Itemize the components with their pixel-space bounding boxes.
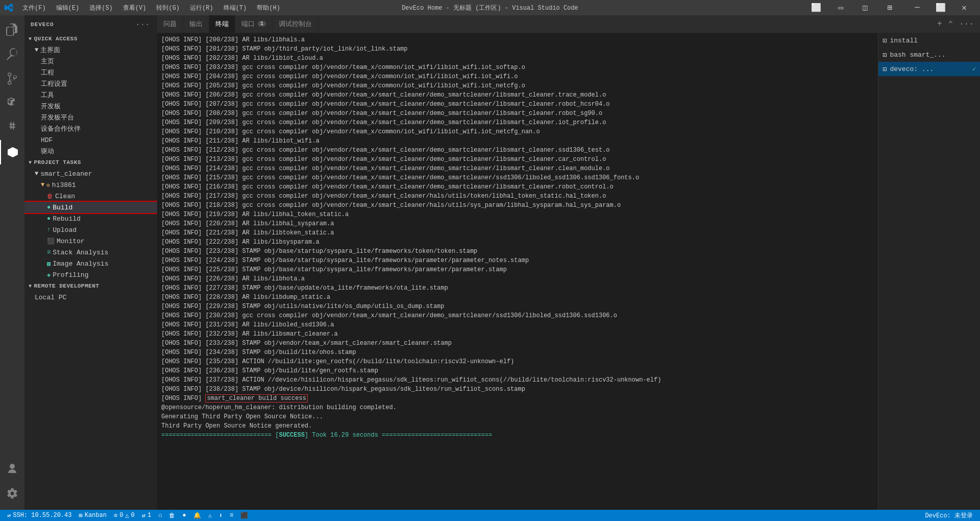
activity-debug[interactable]: [0, 91, 24, 115]
tree-item-image-analysis-label: Image Analysis: [53, 260, 157, 268]
menu-select[interactable]: 选择(S): [85, 3, 117, 13]
tree-item-image-analysis[interactable]: ▦ Image Analysis: [24, 258, 157, 269]
section-project-tasks[interactable]: ▼ PROJECT TASKS: [24, 157, 157, 168]
activity-search[interactable]: [0, 42, 24, 66]
status-ssh[interactable]: ⇌ SSH: 10.55.20.43: [4, 510, 75, 521]
chevron-quick-access: ▼: [29, 36, 32, 42]
status-plug[interactable]: ⬇: [216, 510, 226, 521]
status-kanban[interactable]: ⊞ Kanban: [76, 510, 109, 521]
status-errors[interactable]: ⊘ 0 △ 0: [111, 510, 138, 521]
tree-item-upload-label: Upload: [53, 226, 157, 234]
profiling-icon: ◈: [47, 271, 51, 279]
tab-split-btn[interactable]: ⌃: [946, 18, 955, 30]
tree-item-stack-analysis[interactable]: ≡ Stack Analysis: [24, 247, 157, 258]
sidebar-content: ▼ QUICK ACCESS ▼ 主界面 主页 工程 工程设置 工具 开发板: [24, 33, 157, 510]
right-panel-install[interactable]: ⊡ install: [878, 33, 980, 48]
home-status-icon: ⌂: [158, 512, 162, 519]
activity-bar-bottom: [0, 457, 24, 510]
activity-settings[interactable]: [0, 481, 24, 506]
section-quick-access[interactable]: ▼ QUICK ACCESS: [24, 33, 157, 44]
tab-add-btn[interactable]: +: [935, 18, 944, 30]
tab-problems[interactable]: 问题: [157, 15, 183, 33]
tabs-bar: 问题 输出 终端 端口 1 调试控制台 + ⌃ ···: [157, 15, 980, 33]
menu-view[interactable]: 查看(V): [119, 3, 151, 13]
tree-item-smart-cleaner[interactable]: ▼ smart_cleaner: [24, 168, 157, 179]
tree-item-devboard[interactable]: 开发板: [24, 101, 157, 112]
restore-btn[interactable]: ⬜: [929, 0, 952, 15]
tab-more-btn[interactable]: ···: [957, 18, 976, 30]
term-line: [OHOS INFO] [201/238] STAMP obj/third_pa…: [161, 44, 874, 54]
sidebar-more-btn[interactable]: ···: [135, 19, 151, 30]
tree-item-build[interactable]: ● Build: [24, 202, 157, 213]
layout-3-btn[interactable]: ◫: [853, 0, 877, 15]
term-line: Third Party Open Source Notice generated…: [161, 421, 874, 431]
terminal-content[interactable]: [OHOS INFO] [200/238] AR libs/libhals.a …: [157, 33, 878, 510]
term-line: [OHOS INFO] [206/238] gcc cross compiler…: [161, 90, 874, 100]
tree-item-tools[interactable]: 工具: [24, 89, 157, 101]
right-panel-bash-label: bash smart_...: [890, 51, 945, 59]
tree-item-device-partner[interactable]: 设备合作伙伴: [24, 123, 157, 134]
terminal-icon-bash: ⊡: [883, 51, 887, 59]
term-line: [OHOS INFO] [200/238] AR libs/libhals.a: [161, 35, 874, 44]
close-btn[interactable]: ✕: [952, 0, 976, 15]
tab-terminal[interactable]: 终端: [209, 15, 235, 33]
tree-item-rebuild[interactable]: ● Rebuild: [24, 213, 157, 224]
status-bell[interactable]: 🔔: [190, 510, 204, 521]
tree-item-local-pc[interactable]: Local PC: [24, 292, 157, 303]
deveco-checkmark-icon: ✓: [972, 65, 976, 73]
status-deveco-login[interactable]: DevEco: 未登录: [922, 510, 976, 521]
section-remote-dev[interactable]: ▼ REMOTE DEVELOPMENT: [24, 280, 157, 292]
status-circle[interactable]: ●: [179, 510, 189, 521]
tree-item-hi3861[interactable]: ▼ ⊙ hi3861: [24, 179, 157, 191]
tree-item-main-ui[interactable]: ▼ 主界面: [24, 44, 157, 56]
tree-item-device-partner-label: 设备合作伙伴: [41, 124, 157, 133]
menu-help[interactable]: 帮助(H): [253, 3, 284, 13]
layout-2-btn[interactable]: ▭: [829, 0, 852, 15]
tree-item-project[interactable]: 工程: [24, 67, 157, 78]
tree-item-monitor[interactable]: ⬛ Monitor: [24, 235, 157, 247]
status-home[interactable]: ⌂: [155, 510, 165, 521]
status-warning[interactable]: ⚠: [205, 510, 215, 521]
right-panel-deveco[interactable]: ⊡ deveco: ... ✓: [878, 62, 980, 76]
activity-extensions[interactable]: [0, 115, 24, 140]
activity-account[interactable]: [0, 457, 24, 481]
menu-run[interactable]: 运行(R): [186, 3, 217, 13]
activity-deveco[interactable]: [0, 140, 24, 164]
trash-status-icon: 🗑: [169, 512, 175, 519]
tab-debug-console[interactable]: 调试控制台: [273, 15, 318, 33]
right-panel-deveco-label: deveco: ...: [890, 65, 934, 73]
tree-item-clean[interactable]: 🗑 Clean: [24, 191, 157, 202]
status-code[interactable]: ⬛: [237, 510, 251, 521]
status-trash[interactable]: 🗑: [166, 510, 178, 521]
menu-goto[interactable]: 转到(G): [152, 3, 184, 13]
term-line: [OHOS INFO] [213/238] gcc cross compiler…: [161, 155, 874, 164]
right-panel-bash[interactable]: ⊡ bash smart_...: [878, 48, 980, 62]
term-line: [OHOS INFO] [209/238] gcc cross compiler…: [161, 118, 874, 127]
tree-item-profiling[interactable]: ◈ Profiling: [24, 269, 157, 280]
tree-item-devboard-platform[interactable]: 开发板平台: [24, 112, 157, 123]
term-line-success-banner: ============================== [SUCCESS]…: [161, 431, 874, 440]
svg-marker-0: [8, 147, 18, 157]
menu-file[interactable]: 文件(F): [18, 3, 50, 13]
activity-explore[interactable]: [0, 17, 24, 42]
term-line: [OHOS INFO] [226/238] AR libs/libhota.a: [161, 274, 874, 283]
activity-git[interactable]: [0, 66, 24, 91]
menu-terminal[interactable]: 终端(T): [219, 3, 251, 13]
term-line: [OHOS INFO] [231/238] AR libs/liboled_ss…: [161, 320, 874, 329]
tree-item-stack-analysis-label: Stack Analysis: [53, 249, 157, 256]
tree-item-hdf[interactable]: HDF: [24, 134, 157, 146]
tree-item-driver[interactable]: 驱动: [24, 146, 157, 157]
tree-item-project-settings[interactable]: 工程设置: [24, 78, 157, 89]
tree-item-upload[interactable]: ↑ Upload: [24, 224, 157, 235]
minimize-btn[interactable]: ─: [905, 0, 929, 15]
term-line: [OHOS INFO] [232/238] AR libs/libsmart_c…: [161, 329, 874, 339]
menu-edit[interactable]: 编辑(E): [52, 3, 84, 13]
tab-output[interactable]: 输出: [183, 15, 209, 33]
status-sync[interactable]: ⇄ 1: [139, 510, 154, 521]
term-line: [OHOS INFO] [220/238] AR libs/libhal_sys…: [161, 219, 874, 228]
tab-ports[interactable]: 端口 1: [235, 15, 273, 33]
tree-item-home[interactable]: 主页: [24, 56, 157, 67]
layout-4-btn[interactable]: ⊞: [878, 0, 901, 15]
status-list[interactable]: ≡: [227, 510, 236, 521]
layout-1-btn[interactable]: ⬜: [804, 0, 828, 15]
